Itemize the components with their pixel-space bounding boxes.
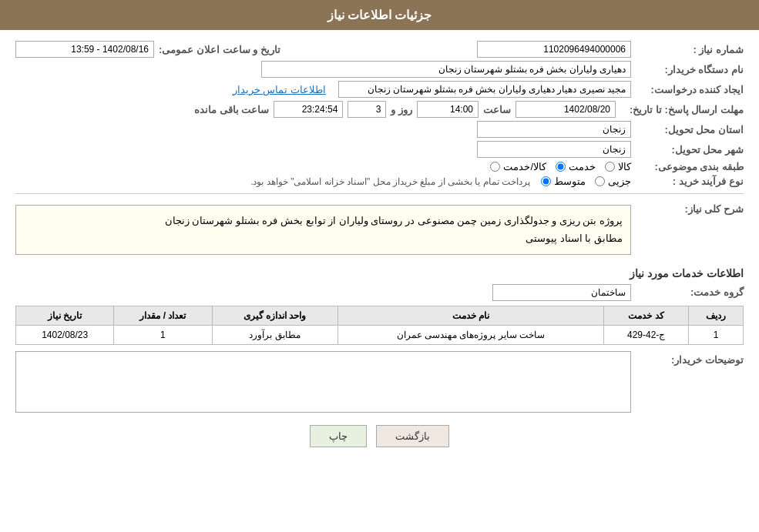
- deadline-time-input: [417, 101, 479, 118]
- category-goods-radio[interactable]: [605, 162, 615, 172]
- deadline-day-label: روز و: [391, 104, 412, 115]
- purchase-type-medium-radio[interactable]: [541, 176, 551, 186]
- category-service-radio[interactable]: [556, 162, 566, 172]
- buyer-org-label: نام دستگاه خریدار:: [636, 64, 744, 75]
- deadline-remaining-input: [274, 101, 343, 118]
- need-number-row: شماره نیاز : تاریخ و ساعت اعلان عمومی:: [15, 41, 744, 58]
- services-section-title: اطلاعات خدمات مورد نیاز: [15, 267, 744, 279]
- city-input: [477, 141, 631, 158]
- purchase-type-partial-radio[interactable]: [595, 176, 605, 186]
- province-row: استان محل تحویل:: [15, 121, 744, 138]
- col-qty: تعداد / مقدار: [114, 306, 212, 325]
- print-button[interactable]: چاپ: [310, 425, 367, 447]
- announcement-date-label: تاریخ و ساعت اعلان عمومی:: [159, 44, 280, 55]
- service-group-row: گروه خدمت:: [15, 284, 744, 301]
- services-table: ردیف کد خدمت نام خدمت واحد اندازه گیری ت…: [15, 306, 744, 345]
- cell-row: 1: [688, 325, 743, 344]
- category-both-label: کالا/خدمت: [503, 161, 546, 172]
- creator-input: [338, 81, 631, 98]
- deadline-row: مهلت ارسال پاسخ: تا تاریخ: ساعت روز و سا…: [15, 101, 744, 118]
- col-name: نام خدمت: [338, 306, 604, 325]
- deadline-date-input: [516, 101, 616, 118]
- deadline-days-input: [348, 101, 386, 118]
- purchase-type-partial: جزیی: [595, 176, 631, 187]
- buttons-row: بازگشت چاپ: [15, 425, 744, 447]
- cell-qty: 1: [114, 325, 212, 344]
- page-title: جزئیات اطلاعات نیاز: [327, 8, 432, 22]
- deadline-label: مهلت ارسال پاسخ: تا تاریخ:: [620, 104, 744, 115]
- description-row: شرح کلی نیاز: پروژه بتن ریزی و جدولگذاری…: [15, 200, 744, 259]
- city-row: شهر محل تحویل:: [15, 141, 744, 158]
- col-unit: واحد اندازه گیری: [212, 306, 338, 325]
- category-both: کالا/خدمت: [490, 161, 546, 172]
- category-service: خدمت: [556, 161, 596, 172]
- category-both-radio[interactable]: [490, 162, 500, 172]
- category-row: طبقه بندی موضوعی: کالا خدمت کالا/خدمت: [15, 161, 744, 172]
- table-row: 1 ج-42-429 ساخت سایر پروژه‌های مهندسی عم…: [16, 325, 744, 344]
- buyer-notes-textarea[interactable]: [15, 351, 631, 413]
- deadline-remaining-label: ساعت باقی مانده: [194, 104, 269, 115]
- page-header: جزئیات اطلاعات نیاز: [0, 0, 759, 30]
- buyer-notes-row: توضیحات خریدار:: [15, 351, 744, 413]
- purchase-type-note: پرداخت تمام یا بخشی از مبلغ خریداز محل "…: [250, 176, 530, 187]
- purchase-type-partial-label: جزیی: [608, 176, 631, 187]
- province-input: [477, 121, 631, 138]
- service-group-label: گروه خدمت:: [636, 286, 744, 298]
- purchase-type-medium: متوسط: [541, 176, 586, 187]
- description-box: پروژه بتن ریزی و جدولگذاری زمین چمن مصنو…: [15, 205, 631, 255]
- purchase-type-radio-group: جزیی متوسط: [541, 176, 631, 187]
- cell-date: 1402/08/23: [16, 325, 114, 344]
- need-number-input: [477, 41, 631, 58]
- city-label: شهر محل تحویل:: [636, 144, 744, 156]
- cell-code: ج-42-429: [604, 325, 689, 344]
- cell-name: ساخت سایر پروژه‌های مهندسی عمران: [338, 325, 604, 344]
- creator-row: ایجاد کننده درخواست: اطلاعات تماس خریدار: [15, 81, 744, 98]
- back-button[interactable]: بازگشت: [376, 425, 449, 447]
- purchase-type-medium-label: متوسط: [554, 176, 586, 187]
- page-wrapper: جزئیات اطلاعات نیاز شماره نیاز : تاریخ و…: [0, 0, 759, 532]
- deadline-time-label: ساعت: [483, 104, 511, 115]
- description-label: شرح کلی نیاز:: [636, 203, 744, 215]
- col-code: کد خدمت: [604, 306, 689, 325]
- col-row: ردیف: [688, 306, 743, 325]
- buyer-notes-label: توضیحات خریدار:: [636, 354, 744, 366]
- category-label: طبقه بندی موضوعی:: [636, 161, 744, 172]
- description-text: پروژه بتن ریزی و جدولگذاری زمین چمن مصنو…: [165, 215, 623, 244]
- buyer-org-input: [261, 61, 631, 78]
- category-goods-label: کالا: [618, 161, 631, 172]
- category-service-label: خدمت: [569, 161, 596, 172]
- cell-unit: مطابق برآورد: [212, 325, 338, 344]
- main-content: شماره نیاز : تاریخ و ساعت اعلان عمومی: ن…: [0, 30, 759, 463]
- announcement-date-input: [15, 41, 154, 58]
- buyer-org-row: نام دستگاه خریدار:: [15, 61, 744, 78]
- col-date: تاریخ نیاز: [16, 306, 114, 325]
- creator-label: ایجاد کننده درخواست:: [636, 84, 744, 95]
- category-goods: کالا: [605, 161, 631, 172]
- province-label: استان محل تحویل:: [636, 124, 744, 136]
- need-number-label: شماره نیاز :: [636, 44, 744, 55]
- purchase-type-row: نوع فرآیند خرید : جزیی متوسط پرداخت تمام…: [15, 176, 744, 187]
- divider-1: [15, 193, 744, 194]
- service-group-input: [492, 284, 631, 301]
- category-radio-group: کالا خدمت کالا/خدمت: [490, 161, 631, 172]
- purchase-type-label: نوع فرآیند خرید :: [636, 176, 744, 187]
- contact-link[interactable]: اطلاعات تماس خریدار: [233, 84, 326, 95]
